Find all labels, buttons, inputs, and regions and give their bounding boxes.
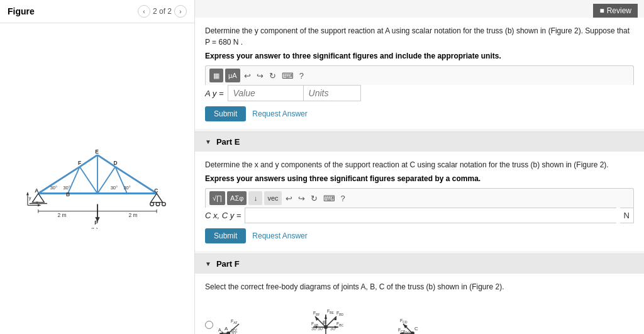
svg-line-4 bbox=[97, 155, 115, 167]
part-e-label: Part E bbox=[216, 137, 240, 147]
next-figure-button[interactable]: › bbox=[174, 5, 187, 18]
svg-text:30°: 30° bbox=[330, 326, 337, 331]
diagram-option-3: C FCD FCB Cy 30° bbox=[365, 299, 435, 334]
toolbar-e-help-btn[interactable]: ? bbox=[339, 192, 347, 204]
part-f-question: Select the correct free-body diagrams of… bbox=[205, 281, 634, 292]
part-d-question: Determine the y component of the support… bbox=[205, 25, 634, 48]
part-e-actions: Submit Request Answer bbox=[205, 228, 634, 243]
part-d-submit-button[interactable]: Submit bbox=[205, 106, 246, 121]
part-e-header[interactable]: ▼ Part E bbox=[195, 131, 644, 152]
part-f-arrow: ▼ bbox=[205, 260, 211, 267]
toolbar-d-matrix-btn[interactable]: ▦ bbox=[209, 69, 223, 82]
svg-text:FAF: FAF bbox=[231, 319, 238, 325]
toolbar-e-vec-btn[interactable]: vec bbox=[264, 191, 281, 205]
svg-marker-66 bbox=[325, 315, 327, 319]
review-button[interactable]: ■ Review bbox=[593, 4, 638, 18]
diagrams-row: A FAF FAB Ay 30° 30° bbox=[205, 299, 634, 334]
toolbar-e-refresh-btn[interactable]: ↻ bbox=[309, 192, 319, 204]
svg-line-3 bbox=[79, 155, 97, 167]
svg-point-15 bbox=[162, 203, 165, 206]
svg-text:FCD: FCD bbox=[400, 318, 408, 324]
toolbar-d-mu-btn[interactable]: μA bbox=[225, 69, 240, 82]
figure-title: Figure bbox=[8, 6, 35, 16]
answer-e-input[interactable] bbox=[245, 208, 616, 223]
part-f-header[interactable]: ▼ Part F bbox=[195, 253, 644, 274]
part-d-actions: Submit Request Answer bbox=[205, 106, 634, 121]
svg-text:30°: 30° bbox=[110, 185, 117, 191]
part-e-instruction: Express your answers using three signifi… bbox=[205, 174, 634, 183]
svg-text:30°: 30° bbox=[405, 331, 412, 334]
diagram-svg-3: C FCD FCB Cy 30° bbox=[365, 299, 435, 334]
part-d-instruction: Express your answer to three significant… bbox=[205, 52, 634, 60]
answer-row-d: A y = bbox=[205, 85, 634, 101]
diagram-svg-1: A FAF FAB Ay 30° 30° bbox=[217, 299, 286, 334]
toolbar-e: √∏ AΣφ ↓ vec ↩ ↪ ↻ ⌨ ? bbox=[205, 188, 634, 208]
svg-text:FBC: FBC bbox=[336, 321, 344, 327]
content-panel: Determine the y component of the support… bbox=[195, 0, 644, 334]
svg-text:FBD: FBD bbox=[336, 311, 344, 316]
figure-panel: Figure ‹ 2 of 2 › bbox=[0, 0, 195, 334]
toolbar-e-sigma-btn[interactable]: AΣφ bbox=[227, 191, 247, 205]
svg-text:F: F bbox=[77, 160, 80, 166]
diagram-radio-1[interactable] bbox=[205, 321, 213, 329]
review-label: Review bbox=[607, 6, 631, 15]
svg-text:x: x bbox=[36, 199, 38, 205]
svg-text:2 m: 2 m bbox=[128, 212, 137, 218]
svg-text:B: B bbox=[66, 191, 70, 198]
figure-content: 2 m 2 m 30° 30° 30° 30° A C B F D E y bbox=[0, 23, 194, 334]
toolbar-d: ▦ μA ↩ ↪ ↻ ⌨ ? bbox=[205, 65, 634, 85]
part-e-question: Determine the x and y components of the … bbox=[205, 159, 634, 170]
svg-text:FBE: FBE bbox=[327, 309, 335, 315]
svg-text:A: A bbox=[35, 187, 38, 194]
prev-figure-button[interactable]: ‹ bbox=[138, 5, 150, 18]
toolbar-e-undo-btn[interactable]: ↩ bbox=[284, 192, 294, 204]
svg-text:30°: 30° bbox=[123, 185, 130, 191]
answer-e-label: C x, C y = bbox=[205, 211, 241, 220]
part-f-section: Select the correct free-body diagrams of… bbox=[195, 274, 644, 334]
figure-nav: ‹ 2 of 2 › bbox=[138, 5, 187, 18]
svg-text:30°: 30° bbox=[63, 185, 70, 191]
svg-line-68 bbox=[326, 316, 336, 327]
svg-text:A: A bbox=[225, 326, 228, 331]
part-e-submit-button[interactable]: Submit bbox=[205, 228, 246, 243]
toolbar-e-keyboard-btn[interactable]: ⌨ bbox=[321, 192, 337, 204]
toolbar-d-keyboard-btn[interactable]: ⌨ bbox=[280, 70, 296, 82]
answer-d-label: A y = bbox=[205, 89, 224, 98]
answer-e-unit: N bbox=[620, 208, 634, 223]
answer-d-inputs bbox=[228, 85, 361, 101]
answer-d-units-input[interactable] bbox=[304, 86, 360, 101]
svg-point-14 bbox=[156, 203, 160, 206]
svg-point-13 bbox=[150, 203, 153, 206]
figure-nav-label: 2 of 2 bbox=[153, 7, 172, 16]
svg-text:y: y bbox=[28, 195, 31, 201]
answer-row-e: C x, C y = N bbox=[205, 208, 634, 223]
toolbar-e-sqrt-btn[interactable]: √∏ bbox=[209, 191, 225, 205]
toolbar-d-help-btn[interactable]: ? bbox=[297, 70, 306, 82]
part-e-request-answer-link[interactable]: Request Answer bbox=[252, 231, 307, 240]
svg-text:Ay: Ay bbox=[218, 328, 223, 333]
part-d-section: Determine the y component of the support… bbox=[195, 18, 644, 129]
toolbar-d-redo-btn[interactable]: ↪ bbox=[255, 70, 265, 82]
part-d-request-answer-link[interactable]: Request Answer bbox=[252, 109, 307, 118]
svg-text:C: C bbox=[414, 326, 418, 331]
svg-marker-12 bbox=[150, 194, 162, 203]
svg-text:30°: 30° bbox=[318, 326, 325, 331]
svg-text:2 m: 2 m bbox=[57, 212, 66, 218]
toolbar-e-redo-btn[interactable]: ↪ bbox=[296, 192, 307, 204]
answer-d-value-input[interactable] bbox=[228, 86, 304, 101]
svg-text:30°: 30° bbox=[231, 328, 238, 333]
diagram-option-2: B FAB 30° FBF FBE bbox=[291, 299, 360, 334]
svg-text:(b): (b) bbox=[91, 226, 98, 229]
svg-text:FBF: FBF bbox=[313, 311, 320, 316]
truss-diagram: 2 m 2 m 30° 30° 30° 30° A C B F D E y bbox=[16, 128, 179, 229]
svg-text:P: P bbox=[94, 220, 98, 226]
toolbar-e-subscript-btn[interactable]: ↓ bbox=[248, 191, 262, 205]
svg-line-6 bbox=[79, 167, 97, 193]
part-e-section: Determine the x and y components of the … bbox=[195, 152, 644, 251]
toolbar-d-undo-btn[interactable]: ↩ bbox=[242, 70, 253, 82]
figure-header: Figure ‹ 2 of 2 › bbox=[0, 0, 194, 23]
svg-text:C: C bbox=[154, 187, 158, 194]
toolbar-d-refresh-btn[interactable]: ↻ bbox=[267, 70, 278, 82]
diagram-svg-2: B FAB 30° FBF FBE bbox=[291, 299, 360, 334]
svg-text:D: D bbox=[113, 160, 117, 166]
